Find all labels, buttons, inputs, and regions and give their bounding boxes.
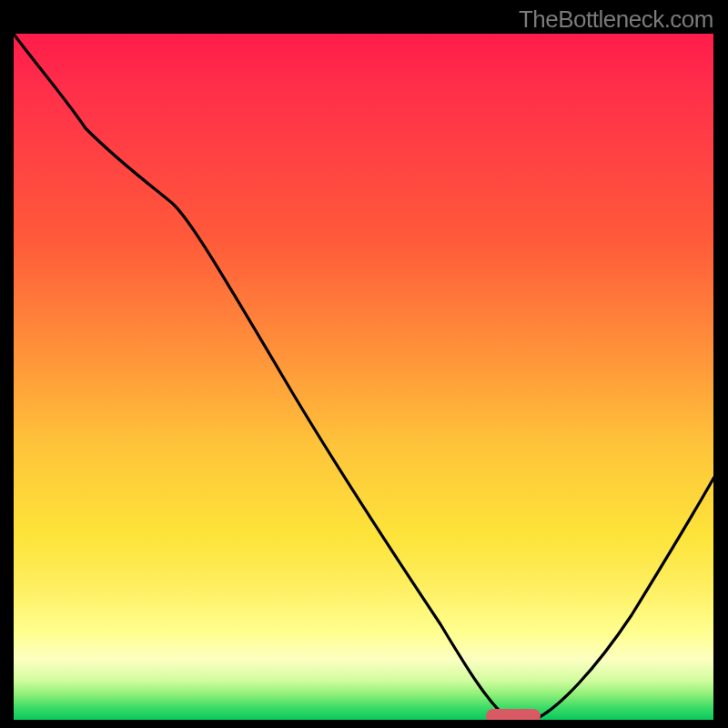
frame-right <box>713 30 717 723</box>
frame-left <box>10 30 14 723</box>
heat-gradient <box>13 33 714 722</box>
frame-bottom <box>13 720 716 723</box>
chart-area <box>13 33 714 722</box>
attribution-text: TheBottleneck.com <box>519 5 713 34</box>
